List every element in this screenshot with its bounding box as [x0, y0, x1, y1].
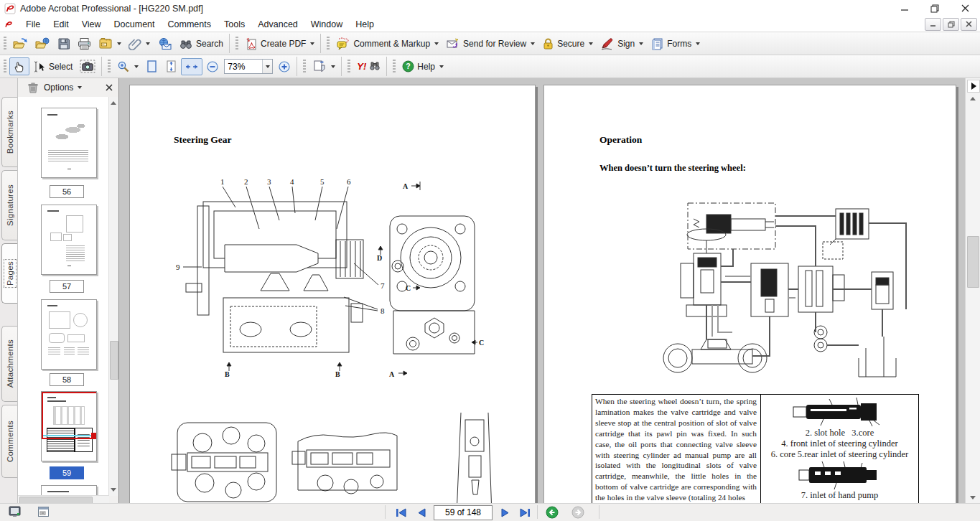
- snapshot-button[interactable]: [76, 57, 99, 75]
- page-indicator-input[interactable]: [434, 506, 492, 520]
- next-page-button[interactable]: [497, 505, 513, 520]
- close-icon[interactable]: [950, 0, 980, 17]
- comment-markup-button[interactable]: Comment & Markup: [332, 35, 442, 52]
- page-thumbnail-58[interactable]: [41, 299, 97, 370]
- doc-restore-icon[interactable]: [943, 18, 959, 31]
- zoom-tool-button[interactable]: [113, 58, 142, 75]
- menu-edit[interactable]: Edit: [47, 18, 75, 31]
- page-thumbnail-59[interactable]: [41, 391, 97, 461]
- email-button[interactable]: [154, 35, 175, 52]
- zoom-dropdown-icon[interactable]: [262, 60, 272, 73]
- tab-pages[interactable]: Pages: [1, 243, 17, 304]
- previous-view-button[interactable]: [546, 506, 559, 519]
- scrollbar-thumb[interactable]: [110, 341, 118, 380]
- scroll-down-icon[interactable]: [111, 488, 116, 492]
- menu-document[interactable]: Document: [108, 18, 162, 31]
- first-page-button[interactable]: [393, 505, 409, 520]
- menu-window[interactable]: Window: [304, 18, 349, 31]
- svg-text:B: B: [335, 370, 340, 378]
- toolbar-grip[interactable]: [393, 60, 396, 74]
- restore-icon[interactable]: [920, 0, 950, 17]
- svg-text:3: 3: [267, 177, 271, 186]
- document-vscrollbar[interactable]: [965, 78, 980, 504]
- scroll-up-icon[interactable]: [970, 97, 976, 100]
- secure-button[interactable]: Secure: [538, 35, 597, 52]
- actual-size-icon: [146, 60, 158, 73]
- toolbar-grip[interactable]: [4, 37, 6, 51]
- page-thumbnail-60[interactable]: [41, 485, 97, 496]
- svg-text:A: A: [403, 182, 409, 190]
- secure-dropdown-icon: [589, 42, 593, 45]
- toolbar-grip[interactable]: [327, 37, 330, 51]
- options-menu-button[interactable]: Options: [44, 83, 82, 93]
- trash-icon[interactable]: [28, 83, 38, 93]
- sign-dropdown-icon: [639, 42, 643, 45]
- organizer-button[interactable]: [95, 35, 125, 52]
- menu-bar: File Edit View Document Comments Tools A…: [0, 17, 980, 32]
- tab-comments[interactable]: Comments: [1, 405, 17, 478]
- hand-tool-button[interactable]: [9, 57, 29, 75]
- forms-button[interactable]: Forms: [647, 35, 704, 52]
- tab-attachments[interactable]: Attachments: [1, 326, 17, 402]
- yahoo-search-button[interactable]: Y!: [353, 59, 384, 74]
- page-number-label: 56: [62, 187, 71, 196]
- panel-close-icon[interactable]: [106, 84, 113, 91]
- fit-page-button[interactable]: [162, 57, 181, 75]
- search-label: Search: [196, 39, 223, 49]
- page-thumbnail-57[interactable]: [41, 205, 97, 275]
- minimize-icon[interactable]: [890, 0, 920, 17]
- actual-size-button[interactable]: [142, 57, 162, 75]
- zoom-in-button[interactable]: [274, 58, 294, 75]
- previous-page-button[interactable]: [414, 505, 429, 520]
- scrollbar-thumb[interactable]: [967, 236, 979, 288]
- save-button[interactable]: [54, 35, 74, 52]
- page-number-59[interactable]: 59: [50, 466, 84, 479]
- organizer-dropdown-icon: [117, 42, 121, 45]
- print-button[interactable]: [74, 35, 95, 52]
- page-number-58[interactable]: 58: [50, 373, 84, 386]
- toolbar-grip[interactable]: [4, 60, 6, 74]
- thumbnail-vscrollbar[interactable]: [108, 97, 118, 496]
- page-thumbnail-56[interactable]: [41, 108, 97, 178]
- menu-tools[interactable]: Tools: [218, 18, 251, 31]
- tab-bookmarks[interactable]: Bookmarks: [1, 97, 17, 167]
- doc-close-icon[interactable]: [961, 18, 977, 31]
- next-view-button[interactable]: [571, 506, 584, 519]
- zoom-level-input[interactable]: [225, 60, 262, 72]
- toolbar-grip[interactable]: [303, 60, 306, 74]
- page-layout-button[interactable]: [309, 57, 339, 75]
- create-pdf-button[interactable]: Create PDF: [241, 35, 318, 52]
- page-number-56[interactable]: 56: [50, 185, 84, 198]
- fit-width-button[interactable]: [181, 58, 202, 75]
- help-button[interactable]: ? Help: [398, 58, 447, 75]
- menu-file[interactable]: File: [19, 18, 47, 31]
- page-number-label: 57: [62, 282, 71, 291]
- menu-help[interactable]: Help: [349, 18, 381, 31]
- expand-pane-button[interactable]: [967, 80, 980, 93]
- toolbar-grip[interactable]: [347, 60, 350, 74]
- menu-advanced[interactable]: Advanced: [251, 18, 304, 31]
- toolbar-separator: [320, 34, 321, 53]
- zoom-out-icon: [206, 60, 219, 73]
- zoom-out-button[interactable]: [202, 58, 223, 75]
- menu-comments[interactable]: Comments: [162, 18, 218, 31]
- select-tool-button[interactable]: Select: [29, 58, 76, 75]
- scroll-down-icon[interactable]: [970, 496, 976, 499]
- toolbar-grip[interactable]: [108, 60, 111, 74]
- last-page-button[interactable]: [517, 505, 533, 520]
- toolbar-grip[interactable]: [235, 37, 238, 51]
- send-for-review-button[interactable]: Send for Review: [442, 35, 538, 52]
- open-button[interactable]: [9, 35, 32, 52]
- sign-button[interactable]: Sign: [597, 35, 647, 52]
- search-button[interactable]: Search: [175, 36, 227, 52]
- attach-button[interactable]: [125, 35, 154, 52]
- fullscreen-view-button[interactable]: [9, 506, 22, 518]
- document-area[interactable]: Steering Gear 1 2 3 4 5 6 9 7 8: [119, 78, 966, 504]
- open-web-button[interactable]: [32, 35, 54, 52]
- page-number-57[interactable]: 57: [50, 280, 84, 293]
- doc-minimize-icon[interactable]: [925, 18, 941, 31]
- menu-view[interactable]: View: [75, 18, 108, 31]
- page-view-button[interactable]: [37, 506, 50, 518]
- scroll-up-icon[interactable]: [111, 101, 116, 105]
- tab-signatures[interactable]: Signatures: [1, 170, 17, 240]
